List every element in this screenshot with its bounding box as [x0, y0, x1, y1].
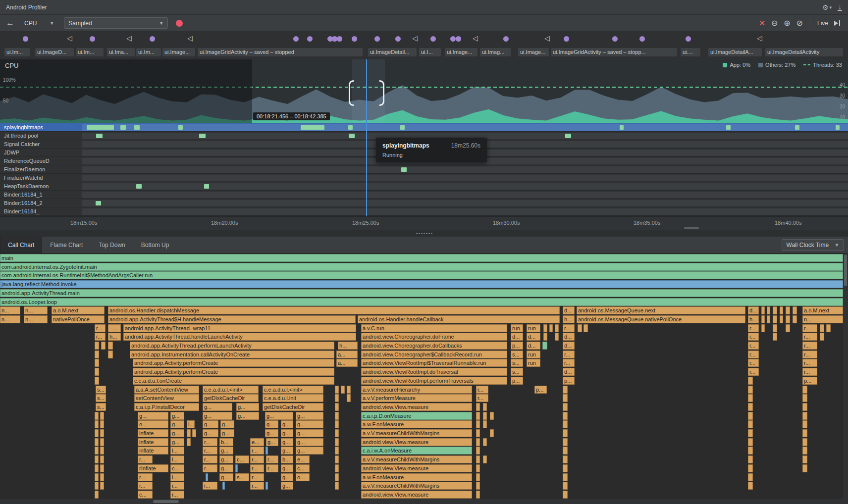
- call-chart-bar[interactable]: g...: [281, 438, 293, 446]
- call-chart-bar[interactable]: [100, 482, 104, 490]
- call-chart-bar[interactable]: [563, 438, 568, 446]
- call-chart-bar[interactable]: [761, 306, 765, 314]
- call-chart-bar[interactable]: [95, 491, 99, 499]
- call-chart-bar[interactable]: com.android.internal.os.ZygoteInit.main: [0, 263, 843, 271]
- call-chart-bar[interactable]: g...: [203, 429, 218, 437]
- call-chart-bar[interactable]: g...: [236, 403, 259, 411]
- call-chart-bar[interactable]: g...: [203, 420, 218, 428]
- call-chart-bar[interactable]: r...: [203, 482, 217, 490]
- activity-lifecycle-bar[interactable]: ui.Im...: [76, 48, 104, 56]
- call-chart-bar[interactable]: [108, 342, 113, 350]
- call-chart-bar[interactable]: [563, 429, 568, 437]
- call-chart-bar[interactable]: android.view.View.measure: [361, 438, 472, 446]
- call-chart-bar[interactable]: [222, 482, 225, 490]
- selection-handle-right[interactable]: [379, 80, 384, 106]
- call-chart-bar[interactable]: [563, 394, 568, 402]
- call-chart-bar[interactable]: r...: [802, 368, 817, 376]
- cpu-usage-chart[interactable]: CPU 100% 50 40 30 20 10 App: 0% Others: …: [0, 59, 848, 123]
- call-chart-bar[interactable]: [100, 420, 104, 428]
- call-chart-bar[interactable]: [820, 333, 824, 341]
- call-chart-bar[interactable]: [335, 412, 339, 420]
- call-chart-bar[interactable]: [761, 315, 765, 323]
- call-chart-bar[interactable]: d...: [563, 333, 575, 341]
- call-chart-bar[interactable]: r...: [250, 482, 264, 490]
- call-chart-bar[interactable]: [100, 438, 104, 446]
- call-chart-bar[interactable]: g...: [220, 429, 234, 437]
- call-chart-bar[interactable]: [826, 324, 831, 332]
- activity-lifecycle-bar[interactable]: ui.ImageGridActivity – saved – stopp...: [551, 48, 677, 56]
- call-chart-bar[interactable]: d...: [563, 368, 575, 376]
- call-chart-bar[interactable]: g...: [265, 420, 278, 428]
- call-chart-bar[interactable]: g...: [170, 420, 184, 428]
- call-chart-bar[interactable]: [95, 412, 99, 420]
- call-chart-bar[interactable]: [476, 429, 480, 437]
- call-chart-bar[interactable]: android.app.ActivityThread.main: [0, 289, 843, 297]
- call-chart-bar[interactable]: [563, 447, 568, 454]
- call-chart-bar[interactable]: c.e.a.d.u.l.onCreate: [133, 377, 334, 385]
- call-chart-bar[interactable]: a.v.V.measureChildWithMargins: [361, 455, 472, 463]
- call-chart-bar[interactable]: [95, 377, 99, 385]
- call-chart-bar[interactable]: r...: [266, 455, 278, 463]
- session-selector[interactable]: CPU ▼: [20, 18, 58, 28]
- call-chart-bar[interactable]: main: [0, 254, 843, 262]
- call-chart-bar[interactable]: getDiskCacheDir: [203, 394, 259, 402]
- panel-divider[interactable]: [0, 230, 848, 237]
- call-chart-bar[interactable]: g...: [170, 429, 184, 437]
- call-chart-bar[interactable]: [793, 315, 797, 323]
- activity-lifecycle-bar[interactable]: ui.ImageD...: [35, 48, 74, 56]
- call-chart-bar[interactable]: [476, 438, 480, 446]
- call-chart-bar[interactable]: [563, 386, 568, 394]
- call-chart-bar[interactable]: r...: [203, 464, 217, 472]
- call-chart-bar[interactable]: [335, 386, 339, 394]
- call-chart-bar[interactable]: a.v.V.measureChildWithMargins: [361, 429, 472, 437]
- call-chart-bar[interactable]: p...: [511, 377, 523, 385]
- call-chart-bar[interactable]: [748, 464, 753, 472]
- activity-lifecycle-bar[interactable]: ui.ImageDetailActivity: [765, 48, 843, 56]
- call-chart-bar[interactable]: r...: [563, 359, 575, 367]
- call-chart-bar[interactable]: [335, 429, 339, 437]
- call-chart-bar[interactable]: a.v.V.measureChildWithMargins: [361, 482, 472, 490]
- call-chart-bar[interactable]: g...: [220, 420, 234, 428]
- call-chart-bar[interactable]: [767, 306, 770, 314]
- call-chart-bar[interactable]: [347, 394, 351, 402]
- call-chart-bar[interactable]: r...: [563, 351, 575, 358]
- call-chart-bar[interactable]: [563, 412, 568, 420]
- call-chart-bar[interactable]: [802, 455, 807, 463]
- call-chart-bar[interactable]: [95, 368, 99, 376]
- call-chart-bar[interactable]: setContentView: [134, 394, 199, 402]
- activity-lifecycle-bar[interactable]: ui.ImageDetailA...: [708, 48, 762, 56]
- call-chart-bar[interactable]: n...: [24, 315, 48, 323]
- zoom-out-icon[interactable]: ⊖: [771, 18, 778, 28]
- call-chart-bar[interactable]: [100, 447, 104, 454]
- call-chart-bar[interactable]: android.app.ActivityThread.performLaunch…: [130, 342, 334, 350]
- call-chart-bar[interactable]: [347, 386, 351, 394]
- call-chart-bar[interactable]: r...: [138, 482, 153, 490]
- settings-gear-icon[interactable]: ⚙▾: [822, 3, 832, 11]
- call-chart-bar[interactable]: run: [511, 324, 523, 332]
- call-chart-bar[interactable]: s...: [511, 359, 523, 367]
- call-chart-bar[interactable]: [95, 429, 99, 437]
- call-chart-bar[interactable]: g...: [281, 429, 293, 437]
- call-chart-bar[interactable]: [476, 403, 480, 411]
- call-chart-bar[interactable]: [786, 315, 790, 323]
- call-chart-bar[interactable]: android.app.ActivityThread.-wrap11: [123, 324, 356, 332]
- call-chart-bar[interactable]: [490, 429, 494, 437]
- go-live-icon[interactable]: [834, 20, 840, 26]
- activity-lifecycle-bar[interactable]: ui.Imag...: [480, 48, 511, 56]
- call-chart-bar[interactable]: [786, 306, 790, 314]
- call-chart-bar[interactable]: [802, 394, 807, 402]
- call-chart-bar[interactable]: [476, 464, 480, 472]
- call-chart-bar[interactable]: [563, 491, 568, 499]
- event-timeline[interactable]: ◁◁◁◁◁◁◁ui.Im...ui.ImageD...ui.Im...ui.Im…: [0, 32, 848, 59]
- call-chart-bar[interactable]: r...: [95, 333, 106, 341]
- call-chart-bar[interactable]: [802, 447, 807, 454]
- activity-lifecycle-bar[interactable]: ui....: [681, 48, 700, 56]
- call-chart-bar[interactable]: g...: [203, 412, 232, 420]
- thread-row[interactable]: Binder:16184_: [0, 207, 848, 216]
- call-chart-bar[interactable]: g...: [296, 412, 323, 420]
- call-chart-bar[interactable]: inflate: [138, 447, 168, 454]
- call-chart-bar[interactable]: g...: [265, 412, 293, 420]
- call-chart-bar[interactable]: [748, 429, 753, 437]
- call-chart-bar[interactable]: g...: [219, 473, 233, 481]
- call-chart-bar[interactable]: [543, 333, 547, 341]
